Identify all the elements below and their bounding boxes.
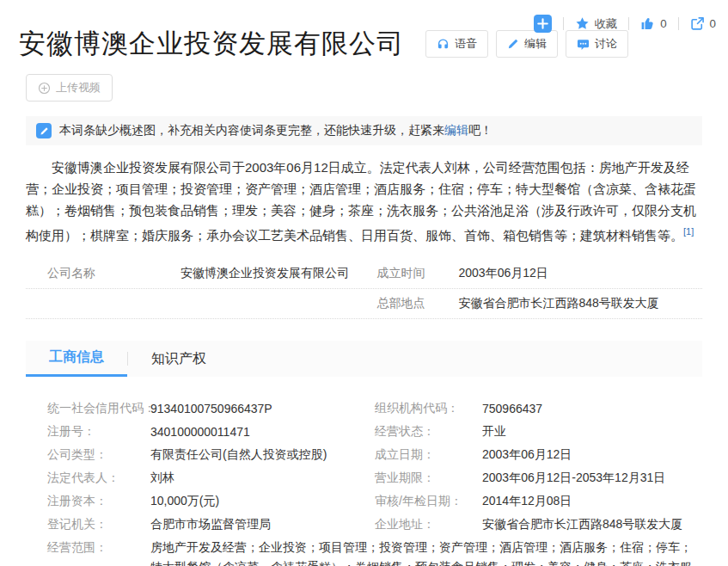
field-label: 登记机关： <box>47 517 150 532</box>
table-row: 企业地址： 安徽省合肥市长江西路848号联发大厦 <box>375 513 702 536</box>
field-label: 成立日期： <box>375 447 482 463</box>
like-count: 0 <box>660 17 666 30</box>
field-value: 750966437 <box>482 402 542 415</box>
edit-button[interactable]: 编辑 <box>496 30 558 58</box>
plus-square-icon <box>534 15 552 33</box>
discuss-button[interactable]: 讨论 <box>566 30 628 58</box>
table-row: 公司类型： 有限责任公司(自然人投资或控股) <box>47 443 375 466</box>
notice-text-before: 本词条缺少概述图，补充相关内容使词条更完整，还能快速升级，赶紧来 <box>59 123 444 137</box>
field-value: 2003年06月12日 <box>482 447 572 463</box>
summary-text: 安徽博澳企业投资发展有限公司于2003年06月12日成立。法定代表人刘林，公司经… <box>26 160 696 243</box>
basic-info-row: 公司名称 安徽博澳企业投资发展有限公司 成立时间 2003年06月12日 <box>26 259 702 289</box>
page-title: 安徽博澳企业投资发展有限公司 <box>19 26 404 62</box>
business-info-table: 统一社会信用代码： 91340100750966437P 注册号： 340100… <box>26 397 702 566</box>
basic-info-item-founded: 成立时间 2003年06月12日 <box>364 266 703 281</box>
summary-paragraph: 安徽博澳企业投资发展有限公司于2003年06月12日成立。法定代表人刘林，公司经… <box>26 157 702 246</box>
field-value: 2003年06月12日-2053年12月31日 <box>482 471 665 486</box>
edit-label: 编辑 <box>524 36 547 52</box>
share-button[interactable]: 0 <box>690 16 716 31</box>
business-info-right-column: 组织机构代码： 750966437 经营状态： 开业 成立日期： 2003年06… <box>375 397 702 536</box>
field-value: 刘林 <box>150 471 174 486</box>
table-row: 组织机构代码： 750966437 <box>375 397 702 420</box>
table-row: 注册资本： 10,000万(元) <box>47 489 375 513</box>
pencil-icon <box>507 38 519 50</box>
field-label: 注册号： <box>47 424 150 440</box>
notice-text-after: 吧！ <box>468 123 492 137</box>
table-row: 法定代表人： 刘林 <box>47 466 375 489</box>
table-row: 营业期限： 2003年06月12日-2053年12月31日 <box>375 466 702 489</box>
notice-edit-link[interactable]: 编辑 <box>444 123 468 137</box>
field-value: 合肥市市场监督管理局 <box>150 517 271 532</box>
basic-info-item-headquarters: 总部地点 安徽省合肥市长江西路848号联发大厦 <box>364 296 703 311</box>
table-row: 登记机关： 合肥市市场监督管理局 <box>47 513 375 536</box>
chat-bubble-icon <box>577 38 590 51</box>
table-row: 审核/年检日期： 2014年12月08日 <box>375 489 702 513</box>
field-value: 340100000011471 <box>150 425 250 439</box>
field-label: 营业期限： <box>375 471 482 486</box>
divider <box>628 17 629 30</box>
field-label: 企业地址： <box>375 517 482 532</box>
share-icon <box>690 16 705 31</box>
top-action-bar: 收藏 0 0 <box>534 15 717 33</box>
upload-video-button[interactable]: 上传视频 <box>26 74 113 102</box>
favorite-button[interactable]: 收藏 <box>575 16 618 32</box>
edit-pencil-icon <box>36 123 52 138</box>
thumb-up-icon <box>640 16 655 31</box>
star-icon <box>575 16 590 31</box>
field-value: 开业 <box>482 424 506 440</box>
like-button[interactable]: 0 <box>640 16 666 31</box>
notice-bar: 本词条缺少概述图，补充相关内容使词条更完整，还能快速升级，赶紧来编辑吧！ <box>26 116 702 145</box>
table-row: 成立日期： 2003年06月12日 <box>375 443 702 466</box>
business-info-left-column: 统一社会信用代码： 91340100750966437P 注册号： 340100… <box>47 397 375 536</box>
basic-info-item-company-name: 公司名称 安徽博澳企业投资发展有限公司 <box>26 266 364 281</box>
field-value: 安徽省合肥市长江西路848号联发大厦 <box>459 296 659 311</box>
field-label: 组织机构代码： <box>375 401 482 416</box>
field-label: 公司名称 <box>47 266 180 281</box>
tab-bar: 工商信息 知识产权 <box>26 341 702 377</box>
headphones-icon <box>437 38 450 51</box>
field-label: 法定代表人： <box>47 471 150 486</box>
voice-button[interactable]: 语音 <box>425 30 488 58</box>
field-label: 成立时间 <box>377 266 459 281</box>
business-info-grid: 统一社会信用代码： 91340100750966437P 注册号： 340100… <box>47 397 702 536</box>
divider <box>563 17 564 30</box>
add-button[interactable] <box>534 15 552 33</box>
field-value: 2003年06月12日 <box>459 266 548 281</box>
field-label: 统一社会信用代码： <box>47 401 150 416</box>
share-count: 0 <box>710 17 716 30</box>
circle-plus-icon <box>38 82 51 95</box>
field-value: 安徽博澳企业投资发展有限公司 <box>180 266 349 281</box>
divider <box>678 17 679 30</box>
favorite-label: 收藏 <box>595 16 618 32</box>
field-label: 总部地点 <box>377 296 459 311</box>
voice-label: 语音 <box>455 36 477 52</box>
field-value: 2014年12月08日 <box>482 494 572 509</box>
reference-link[interactable]: [1] <box>683 226 694 237</box>
discuss-label: 讨论 <box>595 36 617 52</box>
table-row: 经营状态： 开业 <box>375 420 702 443</box>
field-value: 有限责任公司(自然人投资或控股) <box>150 447 327 463</box>
notice-text: 本词条缺少概述图，补充相关内容使词条更完整，还能快速升级，赶紧来编辑吧！ <box>59 123 492 138</box>
field-label: 经营范围： <box>47 538 150 566</box>
table-row: 注册号： 340100000011471 <box>47 420 375 443</box>
basic-info-box: 公司名称 安徽博澳企业投资发展有限公司 成立时间 2003年06月12日 总部地… <box>26 259 702 319</box>
table-row: 统一社会信用代码： 91340100750966437P <box>47 397 375 420</box>
tab-intellectual-property[interactable]: 知识产权 <box>128 341 229 377</box>
field-value: 91340100750966437P <box>150 402 272 415</box>
field-label: 公司类型： <box>47 447 150 463</box>
tab-business-info[interactable]: 工商信息 <box>26 341 127 377</box>
field-value: 房地产开发及经营；企业投资；项目管理；投资管理；资产管理；酒店管理；酒店服务；住… <box>150 538 702 566</box>
basic-info-row: 总部地点 安徽省合肥市长江西路848号联发大厦 <box>26 289 702 319</box>
field-label: 审核/年检日期： <box>375 494 482 509</box>
upload-video-label: 上传视频 <box>56 80 101 95</box>
field-label: 经营状态： <box>375 424 482 440</box>
field-value: 安徽省合肥市长江西路848号联发大厦 <box>482 517 682 532</box>
business-scope-row: 经营范围： 房地产开发及经营；企业投资；项目管理；投资管理；资产管理；酒店管理；… <box>47 538 702 566</box>
field-label: 注册资本： <box>47 494 150 509</box>
field-value: 10,000万(元) <box>150 494 219 509</box>
